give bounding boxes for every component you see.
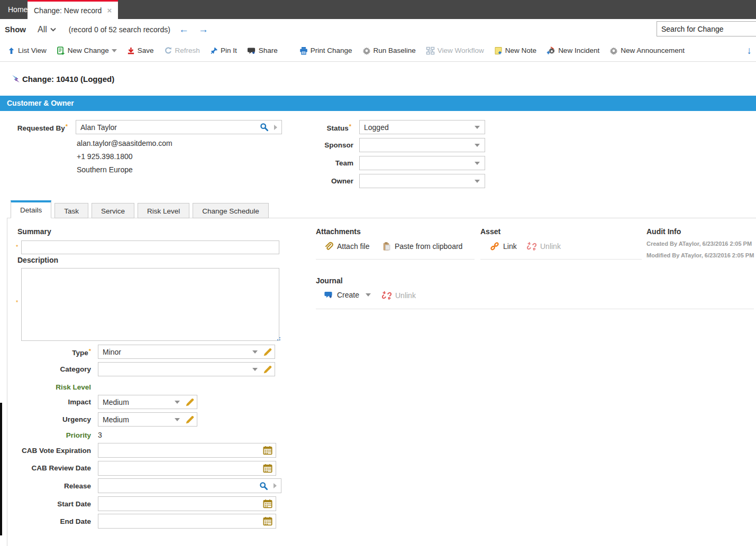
cab-vote-expiration-label: CAB Vote Expiration — [0, 447, 91, 455]
print-change-button[interactable]: Print Change — [299, 47, 352, 55]
description-label: Description — [17, 256, 58, 264]
status-value: Logged — [364, 123, 389, 132]
chevron-down-icon — [50, 27, 56, 32]
journal-create-button[interactable]: Create — [324, 291, 371, 299]
dropdown-arrow-icon[interactable] — [475, 144, 480, 147]
search-icon[interactable] — [259, 482, 268, 491]
dropdown-arrow-icon[interactable] — [252, 350, 258, 354]
edit-pencil-icon[interactable] — [185, 415, 195, 424]
owner-label: Owner — [286, 177, 353, 185]
audit-info-title: Audit Info — [646, 227, 681, 236]
show-filter-dropdown[interactable]: All — [38, 25, 56, 34]
release-label: Release — [0, 482, 91, 490]
search-icon[interactable] — [260, 123, 269, 132]
cab-review-date-field[interactable] — [98, 461, 276, 476]
urgency-label: Urgency — [0, 415, 91, 423]
requested-by-email: alan.taylor@saasitdemo.com — [77, 139, 172, 147]
team-select[interactable] — [359, 156, 485, 170]
release-field[interactable] — [98, 478, 281, 493]
calendar-icon[interactable] — [263, 446, 272, 455]
dropdown-arrow-icon[interactable] — [475, 162, 480, 165]
edit-pencil-icon[interactable] — [263, 347, 272, 357]
save-download-icon — [127, 47, 135, 55]
dropdown-arrow-icon[interactable] — [475, 126, 480, 129]
journal-unlink-button[interactable]: Unlink — [382, 291, 416, 300]
asset-link-button[interactable]: Link — [490, 242, 517, 251]
toolbar-overflow-arrow-icon[interactable]: ↓ — [747, 45, 752, 57]
cab-vote-expiration-field[interactable] — [98, 443, 276, 458]
category-select[interactable] — [98, 362, 275, 376]
resize-handle[interactable] — [277, 337, 280, 340]
tab-service[interactable]: Service — [92, 203, 134, 218]
create-dropdown-icon[interactable] — [366, 293, 371, 297]
requested-by-field[interactable]: Alan Taylor — [76, 120, 282, 134]
requested-by-phone: +1 925.398.1800 — [77, 152, 133, 161]
gear-icon — [362, 47, 371, 55]
priority-value: 3 — [98, 431, 102, 439]
dropdown-arrow-icon[interactable] — [175, 418, 180, 421]
status-label: Status* — [286, 123, 351, 132]
pin-it-button[interactable]: Pin It — [210, 47, 237, 55]
sponsor-select[interactable] — [359, 138, 485, 152]
record-count-info: (record 0 of 52 search records) — [69, 25, 170, 34]
attach-file-button[interactable]: Attach file — [324, 242, 369, 251]
asset-title: Asset — [480, 227, 500, 236]
dropdown-arrow-icon[interactable] — [475, 180, 480, 183]
impact-value: Medium — [103, 398, 129, 406]
refresh-icon — [164, 47, 172, 55]
summary-input[interactable] — [21, 240, 279, 254]
paste-from-clipboard-button[interactable]: Paste from clipboard — [382, 242, 462, 251]
run-baseline-button[interactable]: Run Baseline — [362, 47, 416, 55]
dropdown-arrow-icon[interactable] — [252, 368, 258, 371]
tab-task[interactable]: Task — [54, 203, 88, 218]
tab-change-new-record[interactable]: Change: New record × — [28, 0, 118, 19]
calendar-icon[interactable] — [263, 516, 272, 526]
required-asterisk: * — [349, 123, 351, 129]
edit-pencil-icon[interactable] — [263, 365, 272, 374]
search-input[interactable] — [657, 21, 756, 36]
description-textarea[interactable] — [21, 268, 279, 341]
tab-change-schedule[interactable]: Change Schedule — [193, 203, 268, 218]
share-button[interactable]: Share — [247, 47, 278, 55]
start-date-field[interactable] — [98, 496, 276, 511]
new-incident-button[interactable]: New Incident — [546, 47, 599, 55]
previous-record-arrow-icon[interactable]: ← — [179, 24, 189, 35]
journal-divider — [316, 309, 754, 309]
new-announcement-button[interactable]: New Announcement — [609, 47, 685, 55]
edit-pencil-icon[interactable] — [185, 397, 195, 407]
gear-icon — [609, 47, 618, 55]
expand-right-icon[interactable] — [274, 483, 277, 488]
share-chat-icon — [247, 47, 256, 55]
close-tab-icon[interactable]: × — [107, 6, 112, 14]
calendar-icon[interactable] — [263, 464, 272, 473]
tab-risk-level[interactable]: Risk Level — [138, 203, 189, 218]
calendar-icon[interactable] — [263, 499, 272, 508]
asset-unlink-button[interactable]: Unlink — [527, 242, 561, 251]
action-toolbar: List View New Change Save Refresh — [0, 40, 756, 62]
status-select[interactable]: Logged — [359, 120, 485, 134]
paperclip-icon — [324, 242, 333, 251]
list-view-button[interactable]: List View — [7, 47, 47, 55]
save-button[interactable]: Save — [127, 47, 154, 55]
refresh-button[interactable]: Refresh — [164, 47, 200, 55]
impact-label: Impact — [0, 398, 91, 406]
type-select[interactable]: Minor — [98, 345, 275, 359]
new-change-button[interactable]: New Change — [57, 47, 117, 55]
tab-details[interactable]: Details — [11, 200, 51, 218]
dropdown-arrow-icon[interactable] — [175, 401, 180, 404]
urgency-select[interactable]: Medium — [98, 412, 197, 427]
new-note-button[interactable]: New Note — [494, 47, 536, 55]
workflow-icon — [426, 47, 435, 55]
start-date-label: Start Date — [0, 500, 91, 508]
broken-link-icon — [382, 291, 391, 300]
impact-select[interactable]: Medium — [98, 395, 197, 409]
view-workflow-button[interactable]: View Workflow — [426, 47, 484, 55]
owner-select[interactable] — [359, 174, 485, 188]
show-filter-value: All — [38, 25, 47, 34]
new-change-dropdown-icon[interactable] — [112, 49, 117, 52]
audit-modified-line: Modified By ATaylor, 6/23/2016 2:05 PM — [646, 252, 754, 258]
new-note-icon — [494, 47, 503, 55]
end-date-field[interactable] — [98, 514, 276, 529]
expand-right-icon[interactable] — [274, 125, 277, 130]
next-record-arrow-icon[interactable]: → — [198, 24, 208, 35]
